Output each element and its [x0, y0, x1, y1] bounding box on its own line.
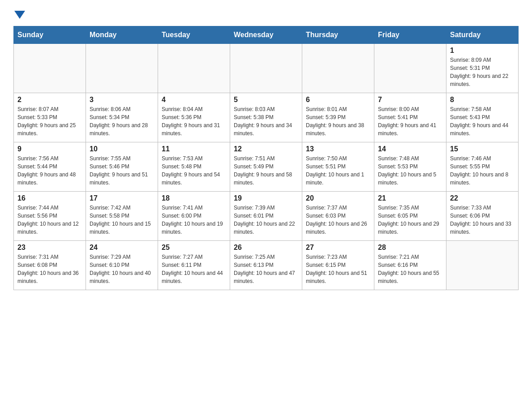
day-number: 7 — [378, 96, 442, 104]
day-number: 8 — [450, 96, 515, 104]
calendar-day-cell: 26Sunrise: 7:25 AMSunset: 6:13 PMDayligh… — [230, 241, 302, 290]
calendar-day-cell: 2Sunrise: 8:07 AMSunset: 5:33 PMDaylight… — [14, 93, 86, 142]
logo-triangle-icon — [14, 11, 25, 19]
calendar-body: 1Sunrise: 8:09 AMSunset: 5:31 PMDaylight… — [14, 44, 519, 290]
calendar-day-cell — [374, 44, 446, 93]
day-number: 15 — [450, 145, 515, 153]
calendar-day-cell: 24Sunrise: 7:29 AMSunset: 6:10 PMDayligh… — [86, 241, 158, 290]
calendar-day-cell: 10Sunrise: 7:55 AMSunset: 5:46 PMDayligh… — [86, 142, 158, 192]
calendar-day-cell: 7Sunrise: 8:00 AMSunset: 5:41 PMDaylight… — [374, 93, 446, 142]
calendar-day-cell: 16Sunrise: 7:44 AMSunset: 5:56 PMDayligh… — [14, 192, 86, 241]
calendar-day-cell: 11Sunrise: 7:53 AMSunset: 5:48 PMDayligh… — [158, 142, 230, 192]
day-info: Sunrise: 8:03 AMSunset: 5:38 PMDaylight:… — [234, 105, 298, 137]
page-header — [13, 9, 519, 17]
day-number: 24 — [90, 244, 154, 252]
day-info: Sunrise: 7:29 AMSunset: 6:10 PMDaylight:… — [90, 253, 154, 285]
calendar-day-cell — [302, 44, 374, 93]
day-info: Sunrise: 7:41 AMSunset: 6:00 PMDaylight:… — [162, 204, 226, 236]
calendar-day-cell: 5Sunrise: 8:03 AMSunset: 5:38 PMDaylight… — [230, 93, 302, 142]
day-number: 25 — [162, 244, 226, 252]
day-number: 26 — [234, 244, 298, 252]
calendar-day-cell: 20Sunrise: 7:37 AMSunset: 6:03 PMDayligh… — [302, 192, 374, 241]
day-info: Sunrise: 7:42 AMSunset: 5:58 PMDaylight:… — [90, 204, 154, 236]
calendar-day-cell: 25Sunrise: 7:27 AMSunset: 6:11 PMDayligh… — [158, 241, 230, 290]
calendar-day-cell: 9Sunrise: 7:56 AMSunset: 5:44 PMDaylight… — [14, 142, 86, 192]
day-of-week-header: Friday — [374, 26, 446, 44]
day-number: 10 — [90, 145, 154, 153]
day-number: 3 — [90, 96, 154, 104]
calendar-day-cell: 13Sunrise: 7:50 AMSunset: 5:51 PMDayligh… — [302, 142, 374, 192]
day-info: Sunrise: 7:51 AMSunset: 5:49 PMDaylight:… — [234, 154, 298, 187]
calendar-week-row: 16Sunrise: 7:44 AMSunset: 5:56 PMDayligh… — [14, 192, 519, 241]
calendar-day-cell: 19Sunrise: 7:39 AMSunset: 6:01 PMDayligh… — [230, 192, 302, 241]
days-of-week-row: SundayMondayTuesdayWednesdayThursdayFrid… — [14, 26, 519, 44]
day-number: 23 — [17, 244, 82, 252]
day-info: Sunrise: 8:01 AMSunset: 5:39 PMDaylight:… — [306, 105, 370, 137]
day-of-week-header: Thursday — [302, 26, 374, 44]
day-info: Sunrise: 8:04 AMSunset: 5:36 PMDaylight:… — [162, 105, 226, 137]
calendar-table: SundayMondayTuesdayWednesdayThursdayFrid… — [13, 26, 519, 290]
day-number: 20 — [306, 194, 370, 202]
calendar-day-cell: 8Sunrise: 7:58 AMSunset: 5:43 PMDaylight… — [446, 93, 519, 142]
calendar-day-cell — [446, 241, 519, 290]
day-info: Sunrise: 7:35 AMSunset: 6:05 PMDaylight:… — [378, 204, 442, 236]
calendar-day-cell: 22Sunrise: 7:33 AMSunset: 6:06 PMDayligh… — [446, 192, 519, 241]
day-number: 2 — [17, 96, 82, 104]
logo — [13, 9, 26, 17]
day-info: Sunrise: 7:31 AMSunset: 6:08 PMDaylight:… — [17, 253, 82, 285]
day-of-week-header: Wednesday — [230, 26, 302, 44]
calendar-day-cell — [86, 44, 158, 93]
day-number: 9 — [17, 145, 82, 153]
calendar-day-cell: 6Sunrise: 8:01 AMSunset: 5:39 PMDaylight… — [302, 93, 374, 142]
day-info: Sunrise: 7:56 AMSunset: 5:44 PMDaylight:… — [17, 154, 82, 187]
calendar-day-cell: 27Sunrise: 7:23 AMSunset: 6:15 PMDayligh… — [302, 241, 374, 290]
calendar-week-row: 9Sunrise: 7:56 AMSunset: 5:44 PMDaylight… — [14, 142, 519, 192]
day-info: Sunrise: 8:09 AMSunset: 5:31 PMDaylight:… — [450, 56, 515, 88]
day-number: 14 — [378, 145, 442, 153]
calendar-day-cell: 15Sunrise: 7:46 AMSunset: 5:55 PMDayligh… — [446, 142, 519, 192]
day-info: Sunrise: 7:44 AMSunset: 5:56 PMDaylight:… — [17, 204, 82, 236]
day-info: Sunrise: 7:39 AMSunset: 6:01 PMDaylight:… — [234, 204, 298, 236]
day-info: Sunrise: 7:48 AMSunset: 5:53 PMDaylight:… — [378, 154, 442, 187]
calendar-day-cell: 12Sunrise: 7:51 AMSunset: 5:49 PMDayligh… — [230, 142, 302, 192]
day-of-week-header: Sunday — [14, 26, 86, 44]
day-number: 19 — [234, 194, 298, 202]
day-of-week-header: Monday — [86, 26, 158, 44]
calendar-week-row: 1Sunrise: 8:09 AMSunset: 5:31 PMDaylight… — [14, 44, 519, 93]
day-info: Sunrise: 7:33 AMSunset: 6:06 PMDaylight:… — [450, 204, 515, 236]
calendar-day-cell — [158, 44, 230, 93]
day-of-week-header: Tuesday — [158, 26, 230, 44]
day-number: 28 — [378, 244, 442, 252]
day-number: 27 — [306, 244, 370, 252]
day-number: 18 — [162, 194, 226, 202]
day-info: Sunrise: 8:07 AMSunset: 5:33 PMDaylight:… — [17, 105, 82, 137]
calendar-day-cell: 28Sunrise: 7:21 AMSunset: 6:16 PMDayligh… — [374, 241, 446, 290]
day-number: 4 — [162, 96, 226, 104]
calendar-day-cell: 1Sunrise: 8:09 AMSunset: 5:31 PMDaylight… — [446, 44, 519, 93]
calendar-day-cell: 4Sunrise: 8:04 AMSunset: 5:36 PMDaylight… — [158, 93, 230, 142]
calendar-day-cell: 18Sunrise: 7:41 AMSunset: 6:00 PMDayligh… — [158, 192, 230, 241]
day-info: Sunrise: 7:27 AMSunset: 6:11 PMDaylight:… — [162, 253, 226, 285]
day-info: Sunrise: 8:00 AMSunset: 5:41 PMDaylight:… — [378, 105, 442, 137]
day-info: Sunrise: 7:21 AMSunset: 6:16 PMDaylight:… — [378, 253, 442, 285]
day-number: 22 — [450, 194, 515, 202]
day-info: Sunrise: 7:23 AMSunset: 6:15 PMDaylight:… — [306, 253, 370, 285]
calendar-day-cell — [230, 44, 302, 93]
day-number: 12 — [234, 145, 298, 153]
day-info: Sunrise: 7:25 AMSunset: 6:13 PMDaylight:… — [234, 253, 298, 285]
calendar-day-cell: 14Sunrise: 7:48 AMSunset: 5:53 PMDayligh… — [374, 142, 446, 192]
day-info: Sunrise: 7:46 AMSunset: 5:55 PMDaylight:… — [450, 154, 515, 187]
day-number: 1 — [450, 47, 515, 55]
calendar-day-cell — [14, 44, 86, 93]
day-info: Sunrise: 7:50 AMSunset: 5:51 PMDaylight:… — [306, 154, 370, 187]
calendar-day-cell: 17Sunrise: 7:42 AMSunset: 5:58 PMDayligh… — [86, 192, 158, 241]
day-number: 11 — [162, 145, 226, 153]
day-number: 13 — [306, 145, 370, 153]
day-number: 6 — [306, 96, 370, 104]
day-info: Sunrise: 8:06 AMSunset: 5:34 PMDaylight:… — [90, 105, 154, 137]
day-number: 16 — [17, 194, 82, 202]
day-number: 5 — [234, 96, 298, 104]
calendar-week-row: 23Sunrise: 7:31 AMSunset: 6:08 PMDayligh… — [14, 241, 519, 290]
calendar-day-cell: 3Sunrise: 8:06 AMSunset: 5:34 PMDaylight… — [86, 93, 158, 142]
day-info: Sunrise: 7:55 AMSunset: 5:46 PMDaylight:… — [90, 154, 154, 187]
